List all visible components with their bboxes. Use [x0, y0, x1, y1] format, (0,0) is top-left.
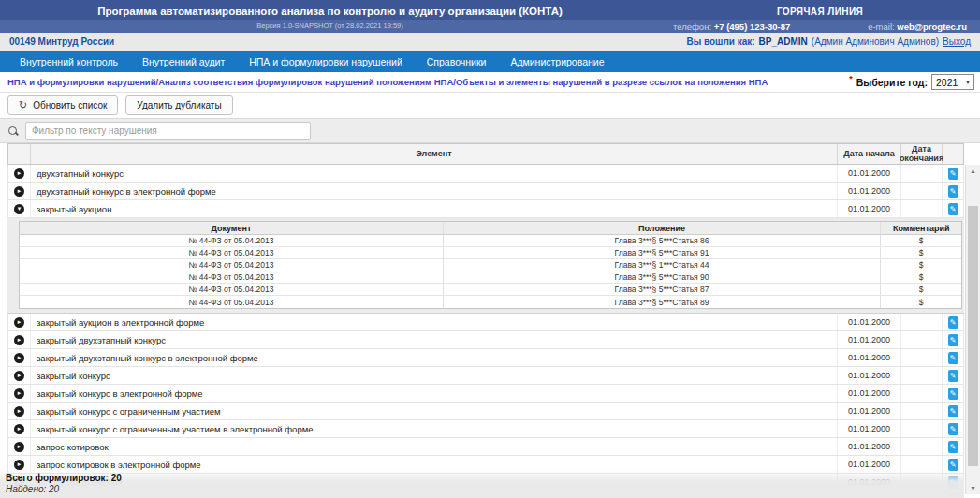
edit-cell: ✎ [943, 314, 963, 330]
edit-icon[interactable]: ✎ [948, 370, 958, 382]
subtable-row[interactable]: № 44-ФЗ от 05.04.2013Глава 3***§ 5***Ста… [20, 235, 961, 247]
subtable-row[interactable]: № 44-ФЗ от 05.04.2013Глава 3***§ 5***Ста… [20, 296, 961, 308]
scroll-up-icon[interactable]: ▲ [966, 168, 980, 174]
expander-cell: ▸ [8, 349, 31, 366]
subtable-row[interactable]: № 44-ФЗ от 05.04.2013Глава 3***§ 5***Ста… [20, 271, 961, 284]
delete-duplicates-button[interactable]: Удалить дубликаты [125, 95, 232, 115]
year-value: 2021 [936, 77, 958, 88]
element-label: закрытый аукцион в электронной форме [31, 314, 838, 330]
element-label: закрытый двухэтапный конкурс в электронн… [31, 349, 838, 366]
expand-row-icon[interactable]: ▸ [14, 186, 24, 197]
expand-row-icon[interactable]: ▸ [14, 353, 24, 363]
date-end-value [901, 403, 943, 419]
edit-icon[interactable]: ✎ [948, 203, 958, 215]
expand-row-icon[interactable]: ▸ [14, 168, 24, 179]
org-bar: 00149 Минтруд России Вы вошли как: BP_AD… [0, 33, 980, 51]
date-start-value: 01.01.2000 [838, 314, 901, 330]
table-row[interactable]: ▸двухэтапный конкурс в электронной форме… [7, 183, 964, 200]
subtable: ДокументПоложениеКомментарий№ 44-ФЗ от 0… [7, 218, 964, 314]
subtable-row[interactable]: № 44-ФЗ от 05.04.2013Глава 3***§ 1***Ста… [20, 259, 961, 271]
expand-row-icon[interactable]: ▸ [14, 442, 24, 452]
edit-icon[interactable]: ✎ [948, 388, 958, 400]
refresh-list-button[interactable]: ↻ Обновить список [7, 95, 118, 115]
table-row[interactable]: ▸закрытый конкурс в электронной форме01.… [7, 385, 964, 403]
subtable-document: № 44-ФЗ от 05.04.2013 [20, 247, 444, 258]
vertical-scrollbar[interactable]: ▲ ▼ [965, 165, 980, 494]
expand-row-icon[interactable]: ▸ [14, 388, 24, 399]
nav-item-2[interactable]: НПА и формулировки нарушений [237, 56, 415, 67]
table-row[interactable]: ▸закрытый двухэтапный конкурс01.01.2000✎ [7, 331, 964, 349]
comment-icon[interactable]: $ [881, 271, 961, 283]
comment-icon[interactable]: $ [881, 259, 961, 271]
date-start-value: 01.01.2000 [838, 420, 901, 437]
subtable-document: № 44-ФЗ от 05.04.2013 [20, 235, 444, 246]
year-select[interactable]: 2021 ▼ [931, 74, 974, 90]
date-start-value: 01.01.2000 [838, 403, 901, 419]
table-row[interactable]: ▸закрытый аукцион в электронной форме01.… [7, 314, 964, 331]
scroll-down-icon[interactable]: ▼ [966, 485, 980, 491]
element-label: закрытый конкурс с ограниченным участием [31, 403, 838, 419]
app-header: Программа автоматизированного анализа по… [0, 0, 980, 33]
comment-icon[interactable]: $ [881, 247, 961, 258]
expand-row-icon[interactable]: ▸ [14, 371, 24, 381]
expand-row-icon[interactable]: ▸ [14, 335, 24, 345]
date-end-column-header: Дата окончания [901, 144, 943, 164]
edit-icon[interactable]: ✎ [948, 423, 958, 435]
subtable-position: Глава 3***§ 5***Статья 89 [444, 296, 882, 308]
table-row[interactable]: ▾закрытый аукцион01.01.2000✎ [7, 200, 964, 218]
expand-row-icon[interactable]: ▸ [14, 406, 24, 417]
table-row[interactable]: ▸закрытый конкурс с ограниченным участие… [7, 420, 964, 438]
comment-icon[interactable]: $ [881, 284, 961, 295]
subtable-position: Глава 3***§ 5***Статья 91 [444, 247, 882, 258]
date-end-value [901, 165, 943, 182]
table-row[interactable]: ▸закрытый конкурс01.01.2000✎ [7, 367, 964, 385]
nav-item-3[interactable]: Справочники [415, 56, 499, 67]
expander-cell: ▸ [8, 314, 31, 330]
main-menu: Внутренний контрольВнутренний аудитНПА и… [0, 51, 980, 72]
subtable-header: ДокументПоложениеКомментарий [20, 222, 961, 235]
subtable-row[interactable]: № 44-ФЗ от 05.04.2013Глава 3***§ 5***Ста… [20, 284, 961, 296]
table-row[interactable]: ▸запрос котировок01.01.2000✎ [7, 438, 964, 456]
table-row[interactable]: ▸закрытый двухэтапный конкурс в электрон… [7, 349, 964, 367]
filter-input[interactable] [25, 122, 311, 140]
edit-icon[interactable]: ✎ [948, 352, 958, 364]
expander-cell: ▸ [8, 367, 31, 384]
date-end-value [901, 367, 943, 384]
subtable-document: № 44-ФЗ от 05.04.2013 [20, 259, 444, 271]
nav-item-1[interactable]: Внутренний аудит [130, 56, 237, 67]
table-row[interactable]: ▸двухэтапный конкурс01.01.2000✎ [7, 165, 964, 183]
subtable-col-position: Положение [444, 222, 882, 234]
table-row[interactable]: ▸закрытый конкурс с ограниченным участие… [7, 403, 964, 420]
org-name: 00149 Минтруд России [9, 37, 114, 47]
edit-icon[interactable]: ✎ [948, 316, 958, 329]
breadcrumb[interactable]: НПА и формулировки нарушений/Анализ соот… [7, 77, 768, 87]
found-count: Найдено: 20 [6, 484, 964, 494]
date-start-value: 01.01.2000 [838, 331, 901, 348]
expand-row-icon[interactable]: ▸ [14, 317, 24, 328]
subtable-document: № 44-ФЗ от 05.04.2013 [20, 296, 444, 308]
comment-icon[interactable]: $ [881, 235, 961, 246]
edit-cell: ✎ [943, 183, 963, 199]
collapse-row-icon[interactable]: ▾ [14, 204, 24, 214]
date-start-value: 01.01.2000 [838, 183, 901, 199]
expander-column-header [8, 144, 31, 164]
date-start-value: 01.01.2000 [838, 385, 901, 402]
expand-row-icon[interactable]: ▸ [14, 424, 24, 434]
toolbar: ↻ Обновить список Удалить дубликаты [0, 93, 980, 118]
logout-link[interactable]: Выход [943, 37, 971, 47]
edit-icon[interactable]: ✎ [948, 334, 958, 346]
edit-icon[interactable]: ✎ [948, 441, 958, 453]
scrollbar-thumb[interactable] [968, 206, 978, 466]
subtable-row[interactable]: № 44-ФЗ от 05.04.2013Глава 3***§ 5***Ста… [20, 247, 961, 259]
expand-row-icon[interactable]: ▸ [14, 460, 24, 470]
edit-icon[interactable]: ✎ [948, 168, 958, 180]
edit-icon[interactable]: ✎ [948, 405, 958, 417]
nav-item-4[interactable]: Администрирование [498, 56, 616, 67]
edit-icon[interactable]: ✎ [948, 459, 958, 471]
edit-icon[interactable]: ✎ [948, 185, 958, 198]
date-end-value [901, 438, 943, 455]
element-label: закрытый аукцион [31, 200, 838, 217]
comment-icon[interactable]: $ [881, 296, 961, 308]
nav-item-0[interactable]: Внутренний контроль [7, 56, 130, 67]
element-label: двухэтапный конкурс в электронной форме [31, 183, 838, 199]
